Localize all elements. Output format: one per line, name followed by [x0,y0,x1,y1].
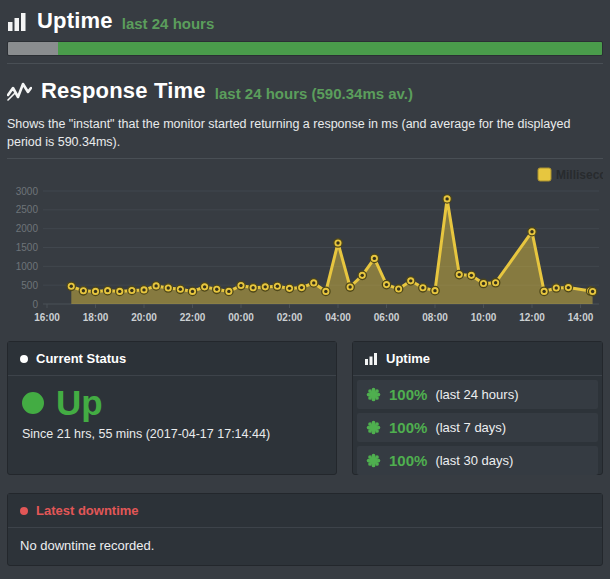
uptime-summary-card-title: Uptime [386,351,430,366]
current-status-card-body: Up Since 21 hrs, 55 mins (2017-04-17 17:… [8,376,336,450]
svg-text:2000: 2000 [16,223,39,234]
status-since-text: Since 21 hrs, 55 mins (2017-04-17 17:14:… [22,427,322,441]
svg-text:1000: 1000 [16,261,39,272]
svg-text:10:00: 10:00 [471,312,497,323]
latest-downtime-body: No downtime recorded. [8,528,602,565]
svg-text:14:00: 14:00 [568,312,594,323]
latest-downtime-card-title: Latest downtime [36,503,139,518]
uptime-row-24h: 100% (last 24 hours) [357,380,598,409]
uptime-progress-bar [7,41,603,56]
uptime-30d-label: (last 30 days) [435,453,513,468]
svg-text:06:00: 06:00 [374,312,400,323]
current-status-card-title: Current Status [36,351,126,366]
svg-text:2500: 2500 [16,205,39,216]
burst-icon [366,453,381,468]
uptime-24h-label: (last 24 hours) [435,387,518,402]
uptime-30d-value: 100% [389,452,427,469]
uptime-bar-green-segment [58,42,602,55]
svg-text:04:00: 04:00 [325,312,351,323]
uptime-section-subtitle: last 24 hours [122,15,215,32]
svg-text:500: 500 [21,280,38,291]
svg-text:22:00: 22:00 [180,312,206,323]
response-description: Shows the "instant" that the monitor sta… [7,115,603,151]
burst-icon [366,420,381,435]
burst-icon [366,387,381,402]
svg-text:0: 0 [32,299,38,310]
svg-text:02:00: 02:00 [277,312,303,323]
current-status-card: Current Status Up Since 21 hrs, 55 mins … [7,341,337,475]
uptime-row-30d: 100% (last 30 days) [357,446,598,475]
section-divider [7,63,603,64]
current-status-card-header: Current Status [8,342,336,376]
uptime-row-7d: 100% (last 7 days) [357,413,598,442]
uptime-24h-value: 100% [389,386,427,403]
bar-chart-icon [7,11,28,32]
svg-text:1500: 1500 [16,242,39,253]
uptime-7d-label: (last 7 days) [435,420,506,435]
response-section-subtitle: last 24 hours (590.34ms av.) [215,85,413,102]
uptime-bar-gray-segment [8,42,58,55]
svg-text:3000: 3000 [16,186,39,197]
uptime-summary-card-header: Uptime [353,342,602,376]
uptime-section-header: Uptime last 24 hours [7,8,603,34]
svg-text:18:00: 18:00 [83,312,109,323]
up-status-label: Up [56,385,103,420]
dashboard: Uptime last 24 hours Response Time last … [0,0,610,566]
up-status-icon [22,392,44,414]
svg-text:08:00: 08:00 [422,312,448,323]
uptime-section-title: Uptime [37,8,113,34]
downtime-dot-icon [20,507,28,515]
line-chart-icon [7,80,32,102]
svg-text:12:00: 12:00 [519,312,545,323]
response-section-title: Response Time [41,78,206,104]
status-cards-row: Current Status Up Since 21 hrs, 55 mins … [7,341,603,475]
response-time-chart: 05001000150020002500300016:0018:0020:002… [7,164,603,328]
status-dot-icon [20,355,28,363]
uptime-summary-card: Uptime [352,341,603,475]
latest-downtime-card: Latest downtime No downtime recorded. [7,493,603,566]
uptime-7d-value: 100% [389,419,427,436]
latest-downtime-card-header: Latest downtime [8,494,602,528]
response-time-chart-svg: 05001000150020002500300016:0018:0020:002… [7,164,603,328]
svg-text:00:00: 00:00 [228,312,254,323]
svg-text:20:00: 20:00 [131,312,157,323]
response-section-header: Response Time last 24 hours (590.34ms av… [7,78,603,104]
uptime-rows: 100% (last 24 hours) [353,376,602,479]
bar-chart-small-icon [365,352,378,365]
svg-text:Milliseconds: Milliseconds [556,168,603,182]
section-divider-2 [7,158,603,159]
svg-text:16:00: 16:00 [34,312,60,323]
